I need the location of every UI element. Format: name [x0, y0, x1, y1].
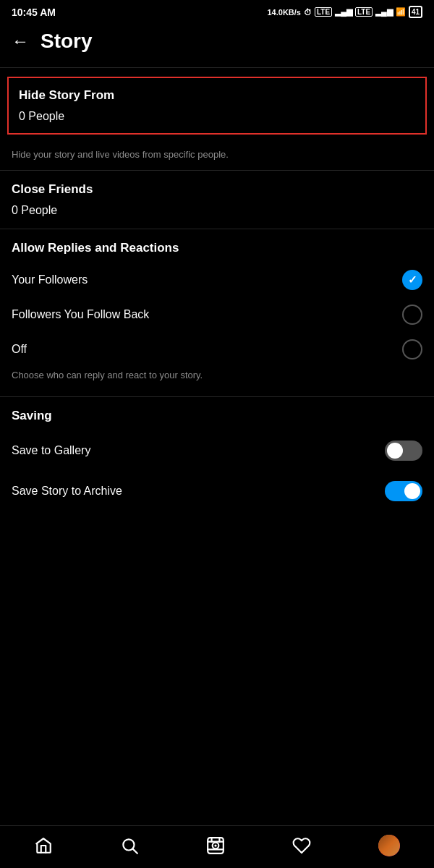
save-story-archive-knob — [404, 483, 420, 499]
save-to-gallery-knob — [387, 443, 403, 459]
radio-followers-back-label: Followers You Follow Back — [12, 308, 149, 321]
lte-icon-2: LTE — [355, 7, 373, 17]
clock-icon: ⏱ — [304, 8, 312, 17]
allow-replies-section: Allow Replies and Reactions Your Followe… — [0, 229, 434, 396]
hide-story-value: 0 People — [19, 110, 415, 123]
svg-line-1 — [133, 849, 137, 854]
status-icons: 14.0KB/s ⏱ LTE ▂▄▆ LTE ▂▄▆ 📶 41 — [267, 6, 422, 18]
save-story-archive-toggle[interactable] — [385, 481, 422, 501]
close-friends-title: Close Friends — [12, 182, 422, 197]
signal-bars-2: ▂▄▆ — [375, 7, 393, 17]
nav-profile[interactable] — [378, 835, 400, 856]
radio-off-label: Off — [12, 343, 27, 356]
radio-followers-label: Your Followers — [12, 273, 88, 286]
wifi-icon: 📶 — [396, 7, 406, 17]
radio-off-circle[interactable] — [402, 339, 422, 359]
signal-bars-1: ▂▄▆ — [335, 7, 352, 17]
battery-icon: 41 — [409, 6, 422, 18]
nav-search[interactable] — [120, 836, 139, 855]
radio-followers-back-circle[interactable] — [402, 305, 422, 325]
radio-item-off[interactable]: Off — [12, 332, 422, 367]
save-to-gallery-label: Save to Gallery — [12, 444, 90, 457]
radio-followers-circle[interactable] — [402, 270, 422, 290]
save-story-archive-item[interactable]: Save Story to Archive — [12, 471, 422, 511]
hide-story-description: Hide your story and live videos from spe… — [0, 143, 434, 170]
close-friends-section[interactable]: Close Friends 0 People — [0, 171, 434, 229]
divider-1 — [0, 67, 434, 68]
nav-heart[interactable] — [292, 836, 311, 855]
page-title: Story — [41, 30, 93, 53]
page-header: ← Story — [0, 21, 434, 67]
saving-section: Saving Save to Gallery Save Story to Arc… — [0, 397, 434, 523]
lte-icon: LTE — [315, 7, 332, 17]
status-time: 10:45 AM — [12, 7, 56, 18]
save-to-gallery-item[interactable]: Save to Gallery — [12, 430, 422, 471]
radio-item-followers[interactable]: Your Followers — [12, 263, 422, 297]
hide-story-from-section[interactable]: Hide Story From 0 People — [7, 77, 427, 135]
bottom-nav — [0, 825, 434, 868]
allow-replies-title: Allow Replies and Reactions — [12, 241, 422, 255]
back-button[interactable]: ← — [12, 31, 29, 51]
nav-home[interactable] — [34, 836, 53, 855]
radio-item-followers-back[interactable]: Followers You Follow Back — [12, 297, 422, 332]
close-friends-value: 0 People — [12, 204, 422, 217]
hide-story-title: Hide Story From — [19, 88, 415, 103]
saving-title: Saving — [12, 409, 422, 423]
save-story-archive-label: Save Story to Archive — [12, 485, 122, 498]
svg-point-4 — [214, 844, 216, 846]
status-bar: 10:45 AM 14.0KB/s ⏱ LTE ▂▄▆ LTE ▂▄▆ 📶 41 — [0, 0, 434, 21]
save-to-gallery-toggle[interactable] — [385, 441, 422, 461]
replies-description: Choose who can reply and react to your s… — [12, 367, 422, 391]
network-speed: 14.0KB/s — [267, 8, 300, 17]
nav-reels[interactable] — [206, 836, 225, 855]
